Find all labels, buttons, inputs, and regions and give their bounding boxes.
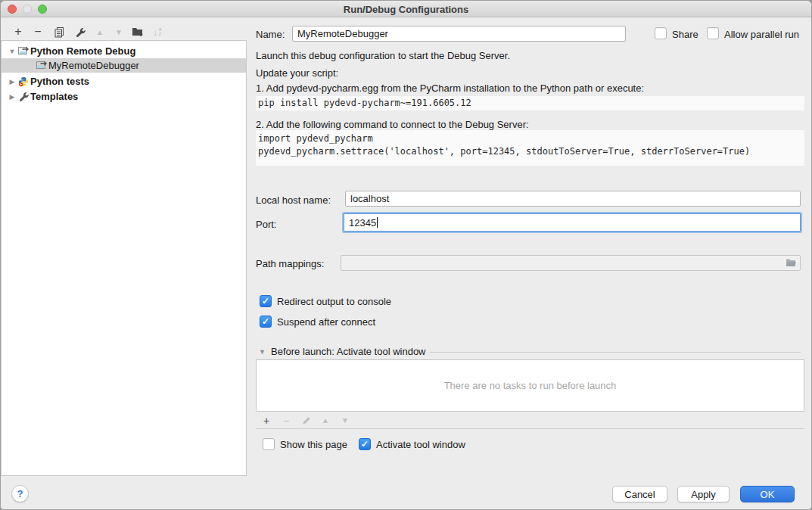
check-icon: ✓ bbox=[260, 296, 271, 306]
check-icon: ✓ bbox=[260, 316, 271, 327]
local-host-name-label: Local host name: bbox=[256, 194, 331, 206]
allow-parallel-run-checkbox[interactable] bbox=[707, 27, 719, 39]
suspend-after-connect-checkbox[interactable]: ✓ bbox=[260, 316, 272, 328]
suspend-after-connect-label: Suspend after connect bbox=[277, 316, 375, 328]
remove-task-button: − bbox=[278, 414, 294, 427]
add-task-button[interactable]: + bbox=[259, 414, 274, 427]
move-down-button: ▼ bbox=[110, 24, 127, 39]
redirect-output-checkbox[interactable]: ✓ bbox=[260, 295, 272, 307]
allow-parallel-run-label: Allow parallel run bbox=[724, 29, 799, 40]
instruction-step1: 1. Add pydevd-pycharm.egg from the PyCha… bbox=[256, 82, 644, 94]
text-caret bbox=[377, 217, 378, 228]
path-mappings-input[interactable] bbox=[341, 255, 801, 271]
local-host-name-input[interactable] bbox=[345, 191, 801, 207]
move-task-up-button: ▲ bbox=[318, 414, 333, 427]
port-label: Port: bbox=[256, 219, 276, 230]
cancel-button[interactable]: Cancel bbox=[612, 486, 667, 502]
path-mappings-label: Path mappings: bbox=[256, 258, 324, 269]
move-task-down-button: ▼ bbox=[338, 414, 353, 427]
chevron-right-icon[interactable]: ▶ bbox=[8, 93, 17, 101]
activate-tool-window-label: Activate tool window bbox=[376, 439, 465, 450]
name-input[interactable] bbox=[292, 26, 626, 42]
add-configuration-button[interactable]: + bbox=[10, 24, 26, 39]
python-tests-icon bbox=[17, 76, 30, 87]
help-button[interactable]: ? bbox=[11, 485, 29, 502]
chevron-down-icon[interactable]: ▼ bbox=[8, 48, 17, 55]
tree-item-python-tests[interactable]: ▶ Python tests bbox=[2, 74, 246, 89]
port-input[interactable]: 12345 bbox=[344, 213, 801, 232]
chevron-right-icon[interactable]: ▶ bbox=[8, 78, 17, 86]
settrace-code-block: import pydevd_pycharmpydevd_pycharm.sett… bbox=[256, 130, 804, 166]
edit-task-pencil-icon bbox=[298, 414, 313, 427]
remote-debug-icon bbox=[17, 45, 30, 57]
empty-tasks-message: There are no tasks to run before launch bbox=[444, 380, 617, 391]
show-this-page-label: Show this page bbox=[280, 439, 347, 450]
name-label: Name: bbox=[256, 29, 285, 40]
tree-item-templates[interactable]: ▶ Templates bbox=[2, 89, 246, 104]
instruction-step2: 2. Add the following command to connect … bbox=[256, 119, 529, 130]
window-title: Run/Debug Configurations bbox=[1, 4, 811, 15]
task-list-toolbar: + − ▲ ▼ bbox=[256, 412, 804, 429]
check-icon: ✓ bbox=[359, 439, 370, 449]
before-launch-task-list[interactable]: There are no tasks to run before launch bbox=[256, 359, 804, 412]
pip-install-command: pip install pydevd-pycharm~=191.6605.12 bbox=[256, 96, 804, 110]
activate-tool-window-checkbox[interactable]: ✓ bbox=[359, 438, 371, 450]
edit-templates-wrench-icon[interactable] bbox=[72, 24, 89, 39]
remote-debug-icon bbox=[35, 60, 48, 71]
apply-button[interactable]: Apply bbox=[677, 486, 730, 502]
remove-configuration-button[interactable]: − bbox=[30, 24, 46, 39]
before-launch-collapse-icon[interactable]: ▼ bbox=[259, 348, 266, 356]
run-debug-configurations-dialog: Run/Debug Configurations + − ▲ ▼ ↓ az ▼ … bbox=[0, 0, 812, 510]
tree-item-python-remote-debug[interactable]: ▼ Python Remote Debug bbox=[2, 44, 246, 58]
before-launch-title: Before launch: Activate tool window bbox=[271, 346, 426, 357]
show-this-page-checkbox[interactable] bbox=[263, 438, 275, 450]
instruction-intro: Launch this debug configuration to start… bbox=[256, 50, 510, 61]
move-up-button: ▲ bbox=[92, 24, 108, 39]
share-label: Share bbox=[672, 29, 698, 40]
templates-wrench-icon bbox=[17, 91, 30, 102]
browse-folder-icon[interactable] bbox=[785, 257, 797, 271]
section-divider bbox=[430, 352, 801, 353]
new-folder-icon[interactable] bbox=[129, 24, 146, 39]
title-bar[interactable]: Run/Debug Configurations bbox=[1, 1, 811, 17]
copy-configuration-icon[interactable] bbox=[51, 24, 67, 39]
configurations-tree: ▼ Python Remote Debug MyRemoteDebugger ▶… bbox=[1, 40, 247, 476]
instruction-update: Update your script: bbox=[256, 67, 338, 79]
sort-alphabetically-icon: ↓ az bbox=[149, 24, 166, 39]
tree-item-myremotedebugger[interactable]: MyRemoteDebugger bbox=[2, 58, 246, 73]
ok-button[interactable]: OK bbox=[740, 486, 795, 502]
redirect-output-label: Redirect output to console bbox=[277, 296, 391, 307]
share-checkbox[interactable] bbox=[655, 27, 667, 39]
